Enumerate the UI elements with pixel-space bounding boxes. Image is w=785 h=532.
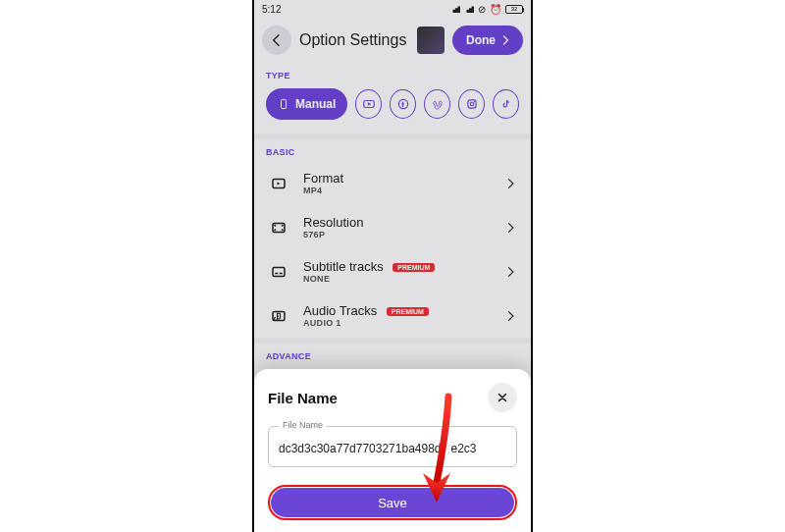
signal-icon: [464, 5, 474, 13]
resolution-title: Resolution: [303, 215, 490, 230]
resolution-icon: [268, 217, 289, 239]
status-time: 5:12: [262, 4, 281, 15]
battery-icon: 32: [505, 5, 523, 14]
type-manual-label: Manual: [295, 97, 336, 111]
svg-point-5: [474, 101, 475, 102]
page-title: Option Settings: [299, 31, 409, 49]
subtitle-title: Subtitle tracks PREMIUM: [303, 259, 490, 274]
save-button[interactable]: Save: [271, 488, 514, 517]
row-resolution[interactable]: Resolution 576P: [254, 205, 531, 249]
row-audio[interactable]: Audio Tracks PREMIUM AUDIO 1: [254, 293, 531, 338]
svg-rect-0: [282, 100, 287, 109]
type-youtube[interactable]: [355, 89, 382, 119]
svg-point-4: [470, 102, 474, 106]
row-subtitle[interactable]: Subtitle tracks PREMIUM NONE: [254, 249, 531, 293]
filename-field[interactable]: File Name: [268, 426, 517, 467]
resolution-value: 576P: [303, 230, 490, 239]
close-button[interactable]: [488, 383, 517, 412]
format-title: Format: [303, 171, 490, 186]
audio-value: AUDIO 1: [303, 318, 490, 328]
filename-sheet: File Name File Name Save: [254, 369, 531, 532]
save-highlight: Save: [268, 485, 517, 520]
back-button[interactable]: [262, 26, 291, 55]
audio-title: Audio Tracks PREMIUM: [303, 303, 490, 318]
chevron-right-icon: [503, 309, 517, 323]
statusbar: 5:12 ⊘ ⏰ 32: [254, 0, 531, 18]
type-tiktok[interactable]: [493, 89, 519, 119]
section-label-advance: ADVANCE: [254, 344, 531, 365]
sheet-title: File Name: [268, 390, 338, 406]
section-label-type: TYPE: [254, 63, 531, 84]
appbar: Option Settings Done: [254, 18, 531, 63]
chevron-right-icon: [503, 265, 517, 279]
filename-input[interactable]: [279, 442, 506, 455]
section-label-basic: BASIC: [254, 139, 531, 161]
filename-label: File Name: [279, 420, 327, 430]
video-thumbnail[interactable]: [417, 27, 445, 54]
wifi-off-icon: ⊘: [478, 4, 486, 15]
audio-icon: [268, 305, 289, 327]
signal-icon: [450, 5, 460, 13]
type-instagram[interactable]: [458, 89, 485, 119]
type-row: Manual: [254, 84, 531, 133]
subtitle-value: NONE: [303, 274, 490, 284]
subtitle-icon: [268, 261, 289, 283]
done-button[interactable]: Done: [452, 26, 523, 55]
format-icon: [268, 173, 289, 194]
chevron-right-icon: [503, 221, 517, 235]
type-facebook[interactable]: [390, 89, 416, 119]
type-vimeo[interactable]: [424, 89, 450, 119]
chevron-right-icon: [503, 177, 517, 190]
format-value: MP4: [303, 186, 490, 195]
premium-badge: PREMIUM: [392, 263, 435, 272]
svg-rect-8: [273, 267, 285, 276]
premium-badge: PREMIUM: [387, 307, 429, 316]
row-format[interactable]: Format MP4: [254, 161, 531, 205]
type-manual[interactable]: Manual: [266, 88, 347, 120]
phone-viewport: 5:12 ⊘ ⏰ 32 Option Settings Done TYPE Ma…: [252, 0, 533, 532]
alarm-icon: ⏰: [490, 4, 501, 15]
done-label: Done: [466, 33, 496, 47]
